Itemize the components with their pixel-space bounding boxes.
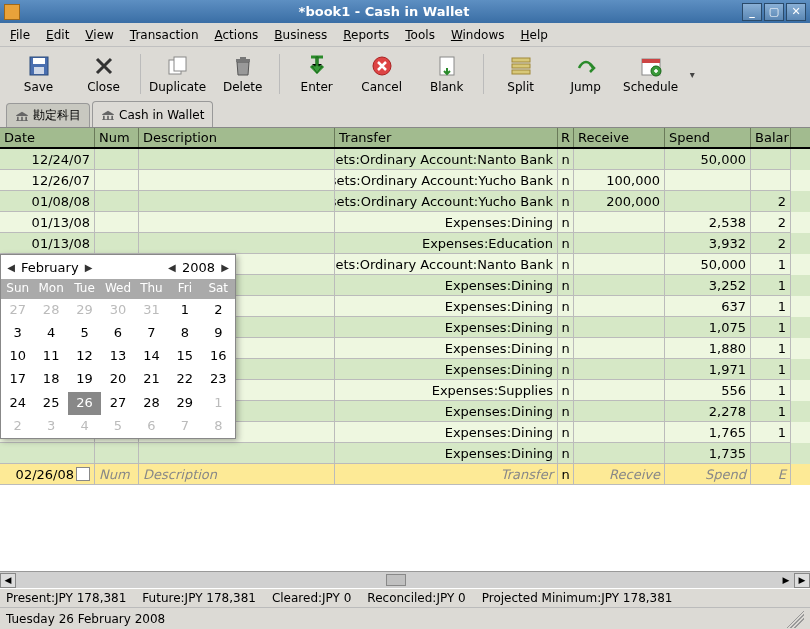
- cell-date[interactable]: 01/08/08: [0, 191, 95, 212]
- cell-receive[interactable]: [574, 317, 665, 338]
- cell-description[interactable]: [139, 170, 335, 191]
- cell-balance[interactable]: 1: [751, 254, 791, 275]
- cell-reconciled[interactable]: n: [558, 275, 574, 296]
- cell-balance[interactable]: 2: [751, 212, 791, 233]
- prev-year-button[interactable]: ◀: [166, 262, 178, 273]
- calendar-day[interactable]: 18: [34, 368, 67, 391]
- cell-transfer[interactable]: Expenses:Dining: [335, 296, 558, 317]
- calendar-day[interactable]: 22: [168, 368, 201, 391]
- cancel-button[interactable]: Cancel: [349, 50, 414, 98]
- calendar-day[interactable]: 4: [34, 322, 67, 345]
- cell-spend[interactable]: [665, 170, 751, 191]
- col-balance[interactable]: Balar: [751, 128, 791, 147]
- menu-reports[interactable]: Reports: [337, 26, 395, 44]
- calendar-day[interactable]: 16: [202, 345, 235, 368]
- calendar-day[interactable]: 17: [1, 368, 34, 391]
- calendar-day[interactable]: 3: [34, 415, 67, 438]
- cell-num[interactable]: [95, 443, 139, 464]
- cell-receive[interactable]: [574, 296, 665, 317]
- calendar-day[interactable]: 2: [1, 415, 34, 438]
- cell-transfer[interactable]: sets:Ordinary Account:Yucho Bank: [335, 191, 558, 212]
- split-button[interactable]: Split: [488, 50, 553, 98]
- calendar-day[interactable]: 25: [34, 392, 67, 415]
- resize-grip[interactable]: [786, 610, 804, 628]
- cell-receive[interactable]: 100,000: [574, 170, 665, 191]
- scroll-right-inner[interactable]: ▶: [778, 573, 794, 588]
- cell-balance[interactable]: 2: [751, 191, 791, 212]
- cell-spend[interactable]: 1,765: [665, 422, 751, 443]
- cell-balance[interactable]: [751, 149, 791, 170]
- cell-reconciled[interactable]: n: [558, 443, 574, 464]
- cell-spend[interactable]: [665, 191, 751, 212]
- next-year-button[interactable]: ▶: [219, 262, 231, 273]
- calendar-day[interactable]: 15: [168, 345, 201, 368]
- cell-balance[interactable]: 1: [751, 359, 791, 380]
- calendar-day[interactable]: 20: [101, 368, 134, 391]
- cell-transfer[interactable]: Expenses:Dining: [335, 443, 558, 464]
- receive-input[interactable]: Receive: [574, 464, 665, 485]
- menu-file[interactable]: File: [4, 26, 36, 44]
- spend-input[interactable]: Spend: [665, 464, 751, 485]
- prev-month-button[interactable]: ◀: [5, 262, 17, 273]
- maximize-button[interactable]: ▢: [764, 3, 784, 21]
- calendar-day[interactable]: 1: [168, 299, 201, 322]
- cell-reconciled[interactable]: n: [558, 212, 574, 233]
- cell-reconciled[interactable]: n: [558, 149, 574, 170]
- cell-receive[interactable]: [574, 149, 665, 170]
- cell-reconciled[interactable]: n: [558, 191, 574, 212]
- calendar-day[interactable]: 3: [1, 322, 34, 345]
- cell-spend[interactable]: 1,971: [665, 359, 751, 380]
- calendar-day[interactable]: 5: [101, 415, 134, 438]
- duplicate-button[interactable]: Duplicate: [145, 50, 210, 98]
- cell-receive[interactable]: [574, 338, 665, 359]
- calendar-day[interactable]: 21: [135, 368, 168, 391]
- cell-receive[interactable]: 200,000: [574, 191, 665, 212]
- cell-balance[interactable]: 1: [751, 380, 791, 401]
- menu-tools[interactable]: Tools: [399, 26, 441, 44]
- cell-reconciled[interactable]: n: [558, 296, 574, 317]
- description-input[interactable]: Description: [139, 464, 335, 485]
- cell-date[interactable]: 01/13/08: [0, 233, 95, 254]
- calendar-day[interactable]: 10: [1, 345, 34, 368]
- cell-receive[interactable]: [574, 275, 665, 296]
- calendar-day[interactable]: 30: [101, 299, 134, 322]
- cell-date[interactable]: 12/24/07: [0, 149, 95, 170]
- cell-receive[interactable]: [574, 254, 665, 275]
- blank-button[interactable]: Blank: [414, 50, 479, 98]
- calendar-day[interactable]: 7: [168, 415, 201, 438]
- cell-reconciled[interactable]: n: [558, 401, 574, 422]
- register-row[interactable]: 12/26/07sets:Ordinary Account:Yucho Bank…: [0, 170, 810, 191]
- jump-button[interactable]: Jump: [553, 50, 618, 98]
- close-window-button[interactable]: ✕: [786, 3, 806, 21]
- calendar-day[interactable]: 24: [1, 392, 34, 415]
- calendar-day[interactable]: 1: [202, 392, 235, 415]
- save-button[interactable]: Save: [6, 50, 71, 98]
- reconciled-input[interactable]: n: [558, 464, 574, 485]
- calendar-day[interactable]: 11: [34, 345, 67, 368]
- col-transfer[interactable]: Transfer: [335, 128, 558, 147]
- cell-transfer[interactable]: sets:Ordinary Account:Nanto Bank: [335, 254, 558, 275]
- cell-balance[interactable]: 1: [751, 401, 791, 422]
- cell-reconciled[interactable]: n: [558, 380, 574, 401]
- cell-balance[interactable]: 2: [751, 233, 791, 254]
- cell-spend[interactable]: 3,932: [665, 233, 751, 254]
- cell-description[interactable]: [139, 212, 335, 233]
- menu-help[interactable]: Help: [514, 26, 553, 44]
- scroll-right-button[interactable]: ▶: [794, 573, 810, 588]
- cell-reconciled[interactable]: n: [558, 170, 574, 191]
- cell-transfer[interactable]: Expenses:Dining: [335, 317, 558, 338]
- calendar-day[interactable]: 29: [68, 299, 101, 322]
- delete-button[interactable]: Delete: [210, 50, 275, 98]
- cell-transfer[interactable]: sets:Ordinary Account:Nanto Bank: [335, 149, 558, 170]
- cell-balance[interactable]: 1: [751, 317, 791, 338]
- calendar-day[interactable]: 7: [135, 322, 168, 345]
- calendar-day[interactable]: 27: [101, 392, 134, 415]
- col-num[interactable]: Num: [95, 128, 139, 147]
- calendar-year-label[interactable]: 2008: [178, 260, 219, 275]
- cell-transfer[interactable]: Expenses:Dining: [335, 212, 558, 233]
- cell-date[interactable]: [0, 443, 95, 464]
- scroll-left-button[interactable]: ◀: [0, 573, 16, 588]
- scroll-thumb[interactable]: [386, 574, 406, 586]
- menu-business[interactable]: Business: [268, 26, 333, 44]
- calendar-day[interactable]: 27: [1, 299, 34, 322]
